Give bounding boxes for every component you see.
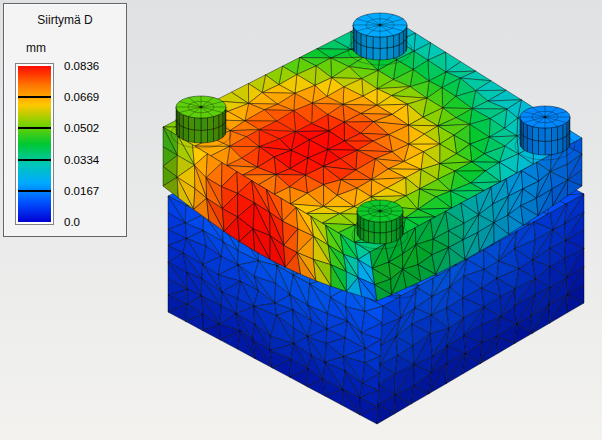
legend-tick-label: 0.0 (64, 216, 80, 228)
legend-tick-label: 0.0502 (64, 122, 99, 134)
legend-tick-label: 0.0669 (64, 91, 99, 103)
colorbar-tick-line (18, 159, 51, 161)
legend-tick-label: 0.0167 (64, 185, 99, 197)
colorbar-tick-line (18, 127, 51, 129)
legend-tick-label: 0.0334 (64, 154, 99, 166)
legend-tick-label: 0.0836 (64, 60, 99, 72)
colorbar-tick-line (18, 96, 51, 98)
legend-title: Siirtymä D (4, 13, 126, 27)
legend-panel[interactable]: Siirtymä D mm 0.08360.06690.05020.03340.… (3, 3, 127, 237)
legend-unit: mm (26, 41, 46, 55)
colorbar-gradient (18, 66, 51, 222)
colorbar-frame (15, 63, 54, 225)
colorbar-tick-line (18, 190, 51, 192)
